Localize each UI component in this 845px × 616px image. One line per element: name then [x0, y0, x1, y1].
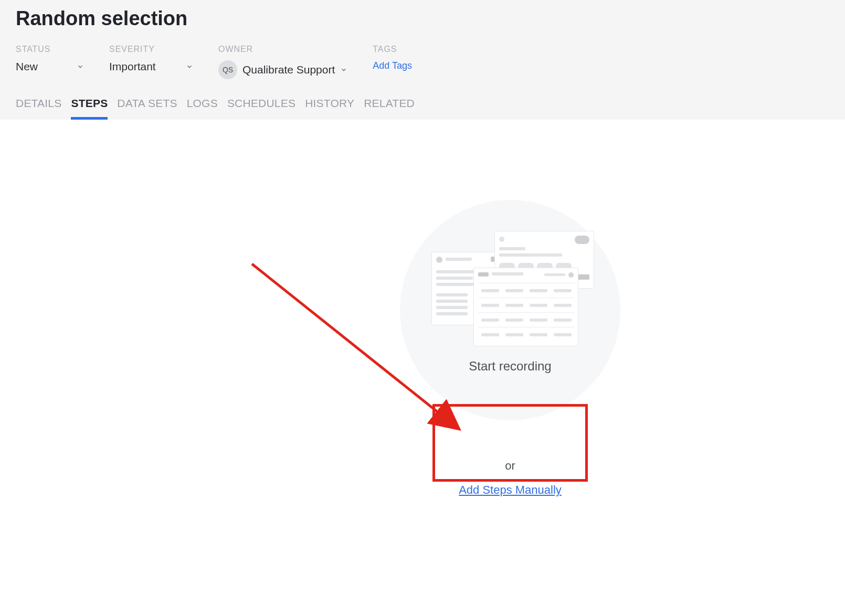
status-field: STATUS New [16, 45, 84, 73]
tab-steps[interactable]: STEPS [71, 94, 108, 120]
tags-label: TAGS [373, 45, 412, 54]
chevron-down-icon [186, 63, 193, 70]
tabs: DETAILS STEPS DATA SETS LOGS SCHEDULES H… [16, 94, 829, 120]
add-tags-link[interactable]: Add Tags [373, 60, 412, 71]
tab-details[interactable]: DETAILS [16, 94, 61, 120]
empty-state: Start recording or Add Steps Manually [400, 200, 620, 506]
status-dropdown[interactable]: New [16, 60, 84, 73]
add-steps-manually-link[interactable]: Add Steps Manually [459, 483, 562, 497]
chevron-down-icon [340, 66, 347, 73]
tags-row: Add Tags [373, 60, 412, 71]
status-label: STATUS [16, 45, 84, 54]
tab-related[interactable]: RELATED [364, 94, 415, 120]
content-area: Start recording or Add Steps Manually [0, 120, 845, 598]
tab-logs[interactable]: LOGS [187, 94, 218, 120]
tags-field: TAGS Add Tags [373, 45, 412, 71]
avatar: QS [218, 60, 237, 79]
page-title: Random selection [16, 7, 829, 30]
start-recording-button[interactable]: Start recording [400, 200, 620, 420]
header: Random selection STATUS New SEVERITY Imp… [0, 0, 845, 120]
tab-datasets[interactable]: DATA SETS [117, 94, 177, 120]
or-block: or Add Steps Manually [438, 450, 583, 506]
or-text: or [505, 459, 515, 473]
owner-value: Qualibrate Support [242, 63, 335, 76]
meta-row: STATUS New SEVERITY Important OWNER QS Q… [16, 45, 829, 79]
tab-history[interactable]: HISTORY [305, 94, 354, 120]
windows-illustration [431, 231, 589, 346]
severity-label: SEVERITY [109, 45, 193, 54]
severity-field: SEVERITY Important [109, 45, 193, 73]
start-recording-label: Start recording [469, 359, 551, 374]
tab-schedules[interactable]: SCHEDULES [227, 94, 295, 120]
status-value: New [16, 60, 38, 73]
owner-label: OWNER [218, 45, 347, 54]
owner-dropdown[interactable]: QS Qualibrate Support [218, 60, 347, 79]
chevron-down-icon [77, 63, 84, 70]
severity-dropdown[interactable]: Important [109, 60, 193, 73]
severity-value: Important [109, 60, 156, 73]
owner-field: OWNER QS Qualibrate Support [218, 45, 347, 79]
